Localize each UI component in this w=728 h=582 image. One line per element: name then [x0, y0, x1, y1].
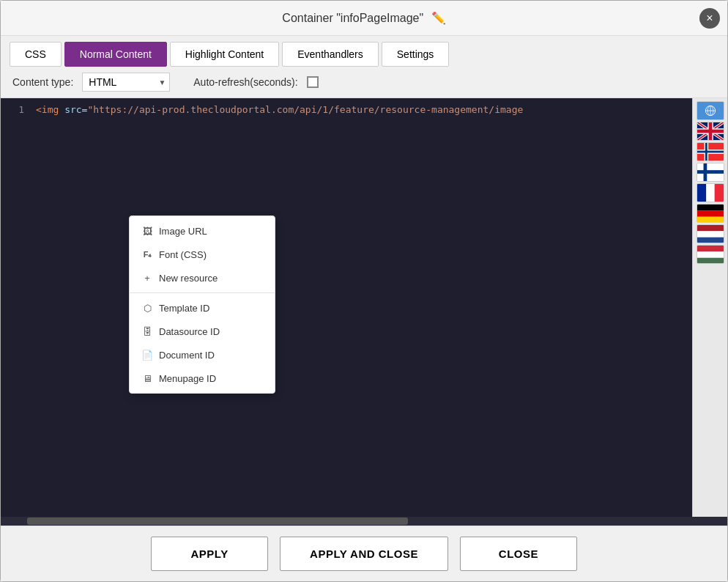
- svg-rect-26: [697, 210, 724, 217]
- auto-refresh-label: Auto-refresh(seconds):: [193, 76, 297, 88]
- svg-rect-18: [697, 151, 724, 153]
- close-button[interactable]: CLOSE: [460, 537, 577, 571]
- menupage-id-icon: 🖥: [141, 372, 153, 384]
- flag-fi[interactable]: [697, 163, 724, 182]
- menu-item-datasource-id[interactable]: 🗄 Datasource ID: [130, 320, 275, 343]
- tab-normal-content[interactable]: Normal Content: [64, 42, 167, 67]
- menu-item-image-url[interactable]: 🖼 Image URL: [130, 219, 275, 243]
- tab-highlight-content[interactable]: Highlight Content: [170, 42, 279, 67]
- menu-label-new-resource: New resource: [159, 273, 218, 284]
- menu-label-document-id: Document ID: [159, 350, 215, 361]
- tag-open: <img: [36, 104, 59, 115]
- svg-rect-29: [697, 231, 724, 237]
- menu-label-datasource-id: Datasource ID: [159, 326, 220, 337]
- content-type-select[interactable]: HTML Text Markdown: [82, 73, 170, 92]
- modal-close-button[interactable]: ×: [699, 8, 720, 29]
- svg-rect-27: [697, 217, 724, 223]
- modal-container: Container "infoPageImage" ✏️ × CSS Norma…: [0, 0, 728, 582]
- flag-fr[interactable]: [697, 183, 724, 202]
- svg-rect-24: [714, 184, 723, 202]
- svg-rect-28: [697, 225, 724, 232]
- pencil-icon: ✏️: [431, 12, 446, 24]
- horizontal-scrollbar[interactable]: [1, 517, 727, 526]
- code-line-1: <img src="https://api-prod.thecloudporta…: [36, 104, 686, 115]
- menu-label-menupage-id: Menupage ID: [159, 373, 216, 384]
- apply-button[interactable]: APPLY: [151, 537, 268, 571]
- flag-nl[interactable]: [697, 224, 724, 243]
- menu-label-image-url: Image URL: [159, 226, 207, 237]
- modal-title-text: Container "infoPageImage": [282, 12, 423, 24]
- flag-no[interactable]: [697, 142, 724, 161]
- flag-de[interactable]: [697, 204, 724, 223]
- menu-item-font-css[interactable]: F₄ Font (CSS): [130, 243, 275, 266]
- flags-sidebar: [692, 98, 727, 517]
- datasource-id-icon: 🗄: [141, 325, 153, 337]
- line-numbers: 1: [1, 98, 30, 517]
- svg-rect-33: [697, 258, 724, 264]
- svg-rect-30: [697, 237, 724, 243]
- menu-item-new-resource[interactable]: + New resource: [130, 266, 275, 290]
- flag-hu[interactable]: [697, 245, 724, 264]
- tab-eventhandlers[interactable]: Eventhandlers: [282, 42, 379, 67]
- new-resource-icon: +: [141, 272, 153, 284]
- svg-rect-23: [706, 184, 714, 202]
- document-id-icon: 📄: [141, 349, 153, 361]
- scrollbar-thumb[interactable]: [27, 517, 408, 525]
- footer: APPLY APPLY AND CLOSE CLOSE: [1, 526, 727, 581]
- line-number-1: 1: [7, 104, 24, 115]
- flag-gb[interactable]: [697, 122, 724, 141]
- context-menu: 🖼 Image URL F₄ Font (CSS) + New resource…: [129, 216, 275, 394]
- content-type-bar: Content type: HTML Text Markdown Auto-re…: [1, 67, 727, 98]
- menu-label-font-css: Font (CSS): [159, 249, 207, 260]
- svg-rect-22: [697, 184, 706, 202]
- svg-rect-32: [697, 251, 724, 258]
- svg-rect-13: [697, 130, 724, 133]
- content-type-select-wrapper: HTML Text Markdown: [82, 73, 170, 92]
- tab-bar: CSS Normal Content Highlight Content Eve…: [1, 36, 727, 67]
- menu-item-template-id[interactable]: ⬡ Template ID: [130, 296, 275, 320]
- tab-css[interactable]: CSS: [10, 42, 62, 67]
- tab-settings[interactable]: Settings: [382, 42, 450, 67]
- apply-close-button[interactable]: APPLY AND CLOSE: [280, 537, 448, 571]
- content-type-label: Content type:: [12, 76, 73, 88]
- font-css-icon: F₄: [141, 248, 153, 260]
- flag-un[interactable]: [697, 101, 724, 120]
- attr-src-value: "https://api-prod.thecloudportal.com/api…: [87, 104, 523, 115]
- menu-item-document-id[interactable]: 📄 Document ID: [130, 343, 275, 366]
- menu-divider: [130, 292, 275, 293]
- svg-rect-21: [697, 170, 724, 174]
- modal-header: Container "infoPageImage" ✏️ ×: [1, 1, 727, 36]
- image-url-icon: 🖼: [141, 225, 153, 237]
- auto-refresh-checkbox[interactable]: [307, 76, 319, 88]
- editor-area: 1 <img src="https://api-prod.thecloudpor…: [1, 98, 727, 517]
- modal-title: Container "infoPageImage" ✏️: [282, 11, 445, 25]
- template-id-icon: ⬡: [141, 302, 153, 314]
- attr-src: src=: [64, 104, 87, 115]
- svg-rect-25: [697, 205, 724, 211]
- menu-label-template-id: Template ID: [159, 303, 209, 314]
- svg-rect-31: [697, 246, 724, 252]
- menu-item-menupage-id[interactable]: 🖥 Menupage ID: [130, 366, 275, 390]
